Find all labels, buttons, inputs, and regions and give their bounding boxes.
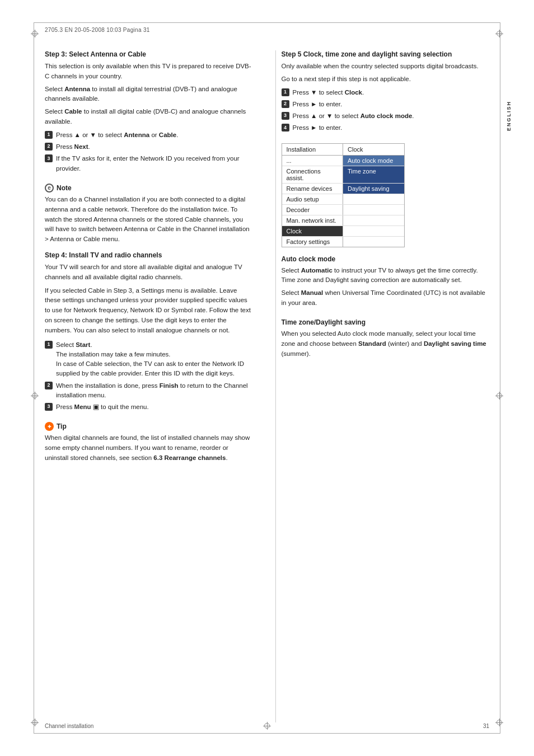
auto-clock-para1: Select Automatic to instruct your TV to … (282, 266, 490, 286)
antenna-bold: Antenna (64, 86, 90, 92)
menu-cell-left-5: Decoder (282, 205, 344, 215)
timezone-title: Time zone/Daylight saving (282, 318, 490, 326)
step5-step2: 2 Press ► to enter. (282, 100, 490, 109)
step5-text1: Press ▼ to select Clock. (293, 88, 490, 97)
menu-cell-right-7 (343, 226, 404, 236)
right-column: Step 5 Clock, time zone and daylight sav… (275, 50, 490, 722)
step5-text3: Press ▲ or ▼ to select Auto clock mode. (293, 111, 490, 121)
header-text: 2705.3 EN 20-05-2008 10:03 Pagina 31 (45, 27, 150, 33)
menu-table: Installation Clock ... Auto clock mode C… (282, 143, 405, 247)
crosshair-ml (31, 392, 39, 400)
footer: Channel installation 31 (45, 723, 489, 729)
menu-row-5: Decoder (282, 205, 404, 215)
step3-text2: Press Next. (56, 142, 253, 152)
menu-cell-left-8: Factory settings (282, 237, 344, 247)
step3-step1: 1 Press ▲ or ▼ to select Antenna or Cabl… (45, 130, 253, 140)
menu-cell-left-6: Man. network inst. (282, 215, 344, 226)
crosshair-bl (31, 719, 39, 726)
page-border-top (34, 22, 500, 23)
menu-row-6: Man. network inst. (282, 215, 404, 226)
page-border-bottom (34, 733, 500, 734)
step3-title: Step 3: Select Antenna or Cable (45, 50, 253, 58)
step3-step3: 3 If the TV asks for it, enter the Netwo… (45, 154, 253, 173)
step4-steps: 1 Select Start. The installation may tak… (45, 340, 253, 412)
step4-text2: When the installation is done, press Fin… (56, 381, 253, 401)
left-column: Step 3: Select Antenna or Cable This sel… (45, 50, 259, 722)
daylight-saving-bold: Daylight saving time (424, 340, 486, 347)
note-title: e Note (45, 184, 253, 192)
page-border-right (500, 22, 500, 734)
step3-num3: 3 (45, 154, 53, 162)
menu-header-clock: Clock (343, 144, 404, 156)
menu-cell-right-3: Daylight saving (343, 184, 404, 194)
auto-clock-title: Auto clock mode (282, 255, 490, 263)
main-content: Step 3: Select Antenna or Cable This sel… (45, 50, 489, 722)
auto-clock-para2: Select Manual when Universal Time Coordi… (282, 288, 490, 308)
step3-section: Step 3: Select Antenna or Cable This sel… (45, 50, 253, 173)
tip-icon: ✦ (45, 422, 54, 431)
step4-section: Step 4: Install TV and radio channels Yo… (45, 251, 253, 412)
footer-right: 31 (483, 723, 489, 729)
step4-para2: If you selected Cable in Step 3, a Setti… (45, 286, 253, 336)
step4-text3: Press Menu ▣ to quit the menu. (56, 402, 253, 412)
cable-bold: Cable (64, 108, 82, 115)
menu-header-installation: Installation (282, 144, 344, 156)
note-body: You can do a Channel installation if you… (45, 195, 253, 245)
step5-text4: Press ► to enter. (293, 123, 490, 133)
crosshair-tl (31, 30, 39, 37)
english-label: ENGLISH (506, 101, 512, 131)
step3-para1: This selection is only available when th… (45, 62, 253, 82)
timezone-para: When you selected Auto clock mode manual… (282, 329, 490, 359)
menu-cell-left-4: Audio setup (282, 194, 344, 204)
menu-cell-left-2: Connections assist. (282, 166, 344, 183)
footer-left: Channel installation (45, 723, 93, 729)
menu-cell-left-3: Rename devices (282, 184, 344, 194)
tip-bold: 6.3 Rearrange channels (153, 454, 226, 461)
timezone-section: Time zone/Daylight saving When you selec… (282, 318, 490, 359)
auto-clock-body: Select Automatic to instruct your TV to … (282, 266, 490, 308)
tip-label: Tip (57, 422, 67, 430)
step5-num3: 3 (282, 112, 289, 120)
step5-body: Only available when the country selected… (282, 62, 490, 133)
step4-num1: 1 (45, 341, 53, 349)
step5-title: Step 5 Clock, time zone and daylight sav… (282, 50, 490, 58)
step4-body: Your TV will search for and store all av… (45, 262, 253, 412)
auto-clock-section: Auto clock mode Select Automatic to inst… (282, 255, 490, 308)
step3-text3: If the TV asks for it, enter the Network… (56, 154, 253, 173)
step3-num1: 1 (45, 131, 53, 139)
step4-step3: 3 Press Menu ▣ to quit the menu. (45, 402, 253, 412)
step5-text2: Press ► to enter. (293, 100, 490, 109)
manual-bold: Manual (301, 289, 324, 296)
crosshair-mr (495, 392, 503, 400)
tip-box: ✦ Tip When digital channels are found, t… (45, 422, 253, 463)
step5-step3: 3 Press ▲ or ▼ to select Auto clock mode… (282, 111, 490, 121)
step3-num2: 2 (45, 143, 53, 151)
note-icon: e (45, 184, 54, 192)
step4-num3: 3 (45, 403, 53, 411)
step3-para3: Select Cable to install all digital cabl… (45, 107, 253, 127)
menu-cell-left-1: ... (282, 156, 344, 166)
step5-section: Step 5 Clock, time zone and daylight sav… (282, 50, 490, 133)
crosshair-br (495, 719, 503, 726)
step4-num2: 2 (45, 382, 53, 389)
step3-body: This selection is only available when th… (45, 62, 253, 173)
menu-row-4: Audio setup (282, 194, 404, 205)
step4-step2: 2 When the installation is done, press F… (45, 381, 253, 401)
page-border-left (34, 22, 34, 734)
menu-cell-right-1: Auto clock mode (343, 156, 404, 166)
menu-cell-right-4 (343, 194, 404, 204)
menu-cell-right-2: Time zone (343, 166, 404, 183)
note-label: Note (57, 184, 72, 192)
step5-para1: Only available when the country selected… (282, 62, 490, 72)
menu-row-8: Factory settings (282, 237, 404, 247)
note-box: e Note You can do a Channel installation… (45, 184, 253, 245)
tip-body: When digital channels are found, the lis… (45, 433, 253, 463)
menu-row-3: Rename devices Daylight saving (282, 184, 404, 194)
menu-cell-right-5 (343, 205, 404, 215)
menu-row-7: Clock (282, 226, 404, 237)
step5-steps: 1 Press ▼ to select Clock. 2 Press ► to … (282, 88, 490, 133)
step5-para2: Go to a next step if this step is not ap… (282, 74, 490, 84)
step3-step2: 2 Press Next. (45, 142, 253, 152)
crosshair-tr (495, 30, 503, 37)
automatic-bold: Automatic (301, 267, 332, 274)
